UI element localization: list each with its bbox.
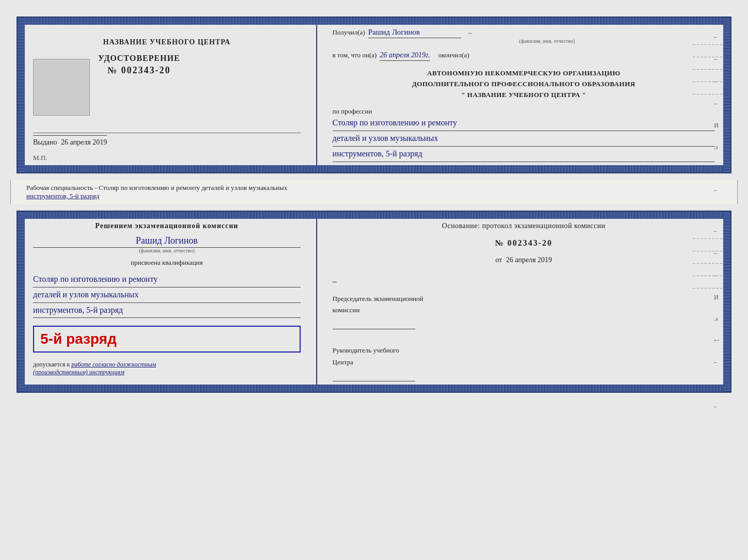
rukovoditel-label1: Руководитель учебного [333, 346, 715, 355]
vtom-date: 26 апреля 2019г. [380, 51, 430, 61]
udostoverenie-block: УДОСТОВЕРЕНИЕ № 002343-20 [98, 54, 180, 76]
qual-line2: деталей и узлов музыкальных [33, 287, 301, 303]
border-left-bot [18, 212, 25, 392]
profession-line2: деталей и узлов музыкальных [333, 131, 715, 147]
predsedatel-signature-line [333, 319, 415, 329]
cert-top-right: Получил(а) Рашид Логинов – (фамилия, имя… [317, 18, 730, 172]
cert-number-block: № 002343-20 [98, 65, 180, 76]
qual-line1: Столяр по изготовлению и ремонту [33, 272, 301, 287]
page-wrapper: НАЗВАНИЕ УЧЕБНОГО ЦЕНТРА УДОСТОВЕРЕНИЕ №… [10, 10, 738, 399]
mp-label: М.П. [33, 154, 47, 162]
cert-photo-placeholder [33, 59, 90, 116]
rukovoditel-block: Руководитель учебного Центра [333, 346, 715, 381]
side-dashes: ––––И‚а‹–– [714, 33, 719, 194]
middle-text-line2: инструментов, 5-й разряд [26, 192, 99, 200]
vtom-line: в том, что он(а) 26 апреля 2019г. окончи… [333, 51, 715, 61]
bottom-name-hint: (фамилия, имя, отчество) [33, 248, 301, 253]
profession-line3: инструментов, 5-й разряд [333, 147, 715, 162]
org-block: АВТОНОМНУЮ НЕКОММЕРЧЕСКУЮ ОРГАНИЗАЦИЮ ДО… [333, 68, 715, 100]
protocol-number-block: № 002343-20 [333, 238, 715, 248]
profession-line1: Столяр по изготовлению и ремонту [333, 116, 715, 131]
cert-bottom-right: Основание: протокол экзаменационной коми… [317, 212, 730, 392]
org-line2: ДОПОЛНИТЕЛЬНОГО ПРОФЕССИОНАЛЬНОГО ОБРАЗО… [333, 79, 715, 90]
dopuskaetsya-block: допускается к работе согласно должностны… [33, 361, 301, 376]
cert-top-content: НАЗВАНИЕ УЧЕБНОГО ЦЕНТРА УДОСТОВЕРЕНИЕ №… [18, 18, 730, 172]
cert-bottom-content: Решением экзаменационной комиссии Рашид … [18, 212, 730, 392]
dopuskaetsya-label: допускается к [33, 361, 70, 368]
vydano-text: Выдано [33, 138, 57, 146]
ot-date: 26 апреля 2019 [506, 256, 552, 264]
udostoverenie-title: УДОСТОВЕРЕНИЕ [98, 54, 180, 63]
cert-number-prefix: № [107, 65, 118, 75]
org-line1: АВТОНОМНУЮ НЕКОММЕРЧЕСКУЮ ОРГАНИЗАЦИЮ [333, 68, 715, 79]
bottom-name-value: Рашид Логинов [33, 235, 301, 248]
dash-poluchil: – [469, 28, 472, 37]
bottom-name-block: Рашид Логинов (фамилия, имя, отчество) [33, 235, 301, 253]
profession-block: по профессии Столяр по изготовлению и ре… [333, 107, 715, 162]
cert-bottom-left: Решением экзаменационной комиссии Рашид … [18, 212, 317, 392]
cert-top-left: НАЗВАНИЕ УЧЕБНОГО ЦЕНТРА УДОСТОВЕРЕНИЕ №… [18, 18, 317, 172]
predsedatel-label2: комиссии [333, 306, 715, 315]
vydano-label: Выдано 26 апреля 2019 [33, 135, 107, 146]
poluchil-hint-wrapper: (фамилия, имя, отчество) [379, 38, 715, 44]
ot-line: от 26 апреля 2019 [333, 256, 715, 264]
right-dash-1: – [333, 277, 715, 286]
cert-bottom-wrapper: Решением экзаменационной комиссии Рашид … [17, 211, 731, 393]
border-left-top [18, 18, 25, 172]
predsedatel-label1: Председатель экзаменационной [333, 294, 715, 303]
middle-text-line1: Рабочая специальность - Столяр по изгото… [26, 184, 287, 191]
poluchil-line: Получил(а) Рашид Логинов – [333, 28, 715, 38]
ot-label: от [495, 256, 502, 264]
protocol-prefix: № [495, 238, 504, 247]
qual-line3: инструментов, 5-й разряд [33, 303, 301, 318]
vydano-block: Выдано 26 апреля 2019 [33, 133, 301, 147]
middle-text-block: Рабочая специальность - Столяр по изгото… [10, 180, 738, 204]
protocol-number: 002343-20 [507, 238, 552, 247]
prisvoena-text: присвоена квалификация [33, 259, 301, 267]
vydano-date: 26 апреля 2019 [61, 138, 107, 146]
poluchil-hint: (фамилия, имя, отчество) [379, 38, 715, 44]
dopuskaetsya-value: работе согласно должностным [71, 361, 156, 368]
side-dashes-bottom: –––И‚а‹–––– [714, 227, 719, 410]
cert-number-value: 002343-20 [121, 65, 171, 75]
institution-name-top: НАЗВАНИЕ УЧЕБНОГО ЦЕНТРА [103, 38, 230, 46]
rukovoditel-signature-line [333, 371, 415, 381]
predsedatel-block: Председатель экзаменационной комиссии [333, 294, 715, 329]
org-name: " НАЗВАНИЕ УЧЕБНОГО ЦЕНТРА " [333, 90, 715, 101]
cert-top-wrapper: НАЗВАНИЕ УЧЕБНОГО ЦЕНТРА УДОСТОВЕРЕНИЕ №… [17, 17, 731, 173]
razryad-big-text: 5-й разряд [40, 331, 117, 347]
qual-block: Столяр по изготовлению и ремонту деталей… [33, 272, 301, 318]
razryad-box: 5-й разряд [33, 326, 301, 353]
poluchil-label: Получил(а) [333, 28, 365, 37]
rukovoditel-label2: Центра [333, 358, 715, 367]
osnovanie-text: Основание: протокол экзаменационной коми… [333, 222, 715, 230]
poluchil-block: Получил(а) Рашид Логинов – (фамилия, имя… [333, 28, 715, 44]
profession-label: по профессии [333, 107, 715, 116]
dopuskaetsya-value2: (производственным) инструкциям [33, 369, 124, 376]
reshenie-text: Решением экзаменационной комиссии [33, 222, 301, 230]
okonchill-label: окончил(а) [438, 51, 469, 59]
poluchil-value: Рашид Логинов [368, 28, 461, 38]
vtom-label: в том, что он(а) [333, 51, 377, 59]
